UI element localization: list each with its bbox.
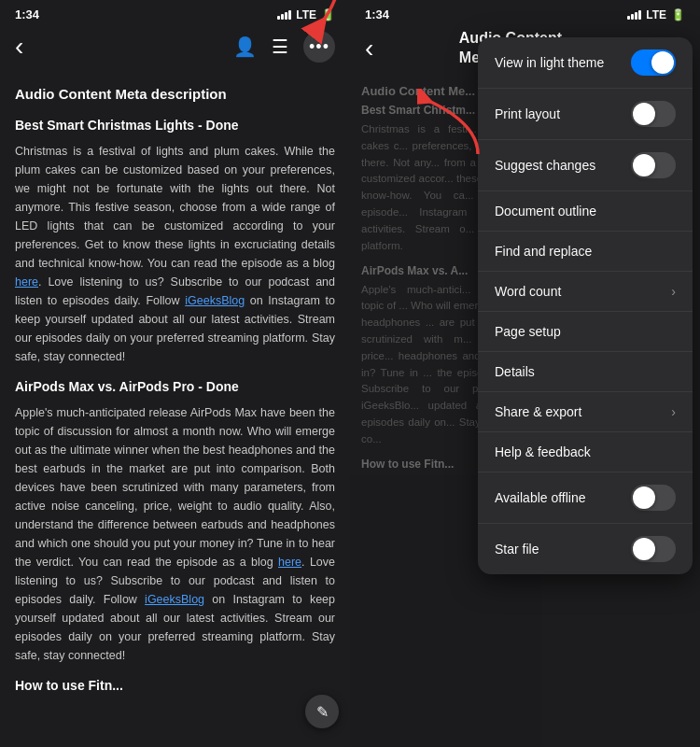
menu-item-view-light-theme[interactable]: View in light theme	[478, 37, 693, 89]
page-setup-label: Page setup	[495, 324, 561, 339]
suggest-changes-knob	[633, 154, 655, 176]
menu-item-word-count[interactable]: Word count ›	[478, 272, 693, 312]
star-file-toggle[interactable]	[631, 536, 676, 562]
menu-item-print-layout[interactable]: Print layout	[478, 89, 693, 140]
share-export-label: Share & export	[495, 404, 581, 419]
find-replace-label: Find and replace	[495, 244, 592, 259]
doc-title: Audio Content Meta description	[15, 83, 335, 105]
print-layout-label: Print layout	[495, 106, 560, 121]
left-toolbar: ‹ 👤 ☰ •••	[0, 25, 350, 72]
right-back-button[interactable]: ‹	[365, 34, 373, 63]
suggest-changes-toggle[interactable]	[631, 152, 676, 178]
view-light-theme-label: View in light theme	[495, 55, 604, 70]
menu-item-document-outline[interactable]: Document outline	[478, 191, 693, 232]
right-time: 1:34	[365, 7, 389, 21]
edit-fab[interactable]: ✎	[305, 695, 339, 728]
notes-button[interactable]: ☰	[272, 35, 288, 58]
more-button-container: •••	[303, 31, 335, 63]
star-file-label: Star file	[495, 542, 539, 557]
doc-body-2: Apple's much-anticipated release AirPods…	[15, 403, 335, 665]
menu-item-find-replace[interactable]: Find and replace	[478, 232, 693, 272]
print-layout-toggle[interactable]	[631, 101, 676, 127]
left-panel: 1:34 LTE 🔋 ‹ 👤 ☰ •••	[0, 0, 350, 747]
available-offline-label: Available offline	[495, 490, 586, 505]
more-button[interactable]: •••	[303, 31, 335, 63]
doc-link-3[interactable]: here	[278, 556, 301, 569]
document-outline-label: Document outline	[495, 204, 596, 218]
details-label: Details	[495, 364, 535, 379]
menu-item-details[interactable]: Details	[478, 352, 693, 392]
right-status-bar: 1:34 LTE 🔋	[350, 0, 700, 25]
menu-item-page-setup[interactable]: Page setup	[478, 312, 693, 352]
left-time: 1:34	[15, 7, 39, 21]
available-offline-toggle[interactable]	[631, 485, 676, 511]
menu-item-suggest-changes[interactable]: Suggest changes	[478, 140, 693, 191]
help-feedback-label: Help & feedback	[495, 444, 591, 459]
view-light-theme-toggle[interactable]	[631, 49, 676, 76]
word-count-chevron-icon: ›	[671, 284, 676, 299]
doc-body-1: Christmas is a festival of lights and pl…	[15, 142, 335, 366]
menu-item-star-file[interactable]: Star file	[478, 524, 693, 574]
toolbar-icons: 👤 ☰ •••	[233, 31, 335, 63]
menu-item-share-export[interactable]: Share & export ›	[478, 392, 693, 432]
menu-item-help-feedback[interactable]: Help & feedback	[478, 432, 693, 472]
right-status-right: LTE 🔋	[627, 8, 685, 21]
toggle-knob	[651, 51, 674, 74]
right-panel: Audio Content Me... Best Smart Christm..…	[350, 0, 700, 747]
suggest-changes-label: Suggest changes	[495, 158, 595, 173]
available-offline-knob	[633, 486, 655, 509]
back-button[interactable]: ‹	[15, 32, 23, 62]
word-count-label: Word count	[495, 284, 561, 299]
right-signal-icon	[627, 10, 641, 20]
signal-icon	[277, 10, 291, 20]
right-lte: LTE	[646, 8, 666, 21]
print-layout-knob	[633, 103, 655, 125]
dropdown-menu: View in light theme Print layout Suggest…	[478, 37, 693, 574]
left-doc-content: Audio Content Meta description Best Smar…	[0, 72, 350, 747]
star-file-knob	[633, 538, 655, 560]
doc-subtitle-1: Best Smart Christmas Lights - Done	[15, 116, 335, 136]
doc-link-1[interactable]: here	[15, 275, 38, 289]
red-arrow-indicator	[293, 0, 344, 35]
right-battery-icon: 🔋	[671, 8, 685, 21]
doc-link-2[interactable]: iGeeksBlog	[185, 294, 245, 307]
doc-subtitle-2: AirPods Max vs. AirPods Pro - Done	[15, 377, 335, 398]
menu-item-available-offline[interactable]: Available offline	[478, 472, 693, 524]
doc-link-4[interactable]: iGeeksBlog	[145, 593, 204, 606]
more-dots-icon: •••	[309, 37, 329, 57]
edit-icon: ✎	[316, 703, 329, 721]
add-person-button[interactable]: 👤	[233, 35, 257, 58]
share-export-chevron-icon: ›	[671, 404, 676, 419]
doc-subtitle-3: How to use Fitn...	[15, 676, 335, 697]
